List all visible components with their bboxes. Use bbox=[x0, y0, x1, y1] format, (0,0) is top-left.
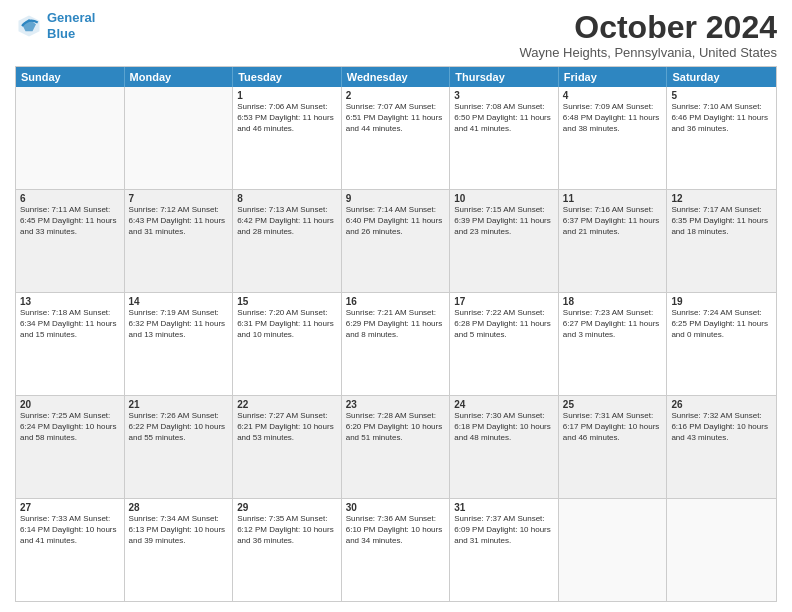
cell-content: Sunrise: 7:30 AM Sunset: 6:18 PM Dayligh… bbox=[454, 411, 554, 443]
calendar-cell-28: 28Sunrise: 7:34 AM Sunset: 6:13 PM Dayli… bbox=[125, 499, 234, 601]
header-day-thursday: Thursday bbox=[450, 67, 559, 87]
day-number: 16 bbox=[346, 296, 446, 307]
cell-content: Sunrise: 7:17 AM Sunset: 6:35 PM Dayligh… bbox=[671, 205, 772, 237]
calendar-cell-empty-4-6 bbox=[667, 499, 776, 601]
header-day-sunday: Sunday bbox=[16, 67, 125, 87]
day-number: 30 bbox=[346, 502, 446, 513]
header-day-monday: Monday bbox=[125, 67, 234, 87]
day-number: 8 bbox=[237, 193, 337, 204]
calendar-cell-24: 24Sunrise: 7:30 AM Sunset: 6:18 PM Dayli… bbox=[450, 396, 559, 498]
cell-content: Sunrise: 7:33 AM Sunset: 6:14 PM Dayligh… bbox=[20, 514, 120, 546]
header-day-tuesday: Tuesday bbox=[233, 67, 342, 87]
cell-content: Sunrise: 7:14 AM Sunset: 6:40 PM Dayligh… bbox=[346, 205, 446, 237]
cell-content: Sunrise: 7:07 AM Sunset: 6:51 PM Dayligh… bbox=[346, 102, 446, 134]
day-number: 3 bbox=[454, 90, 554, 101]
day-number: 24 bbox=[454, 399, 554, 410]
cell-content: Sunrise: 7:09 AM Sunset: 6:48 PM Dayligh… bbox=[563, 102, 663, 134]
cell-content: Sunrise: 7:20 AM Sunset: 6:31 PM Dayligh… bbox=[237, 308, 337, 340]
calendar-cell-29: 29Sunrise: 7:35 AM Sunset: 6:12 PM Dayli… bbox=[233, 499, 342, 601]
day-number: 22 bbox=[237, 399, 337, 410]
day-number: 6 bbox=[20, 193, 120, 204]
calendar-cell-2: 2Sunrise: 7:07 AM Sunset: 6:51 PM Daylig… bbox=[342, 87, 451, 189]
day-number: 20 bbox=[20, 399, 120, 410]
calendar-cell-1: 1Sunrise: 7:06 AM Sunset: 6:53 PM Daylig… bbox=[233, 87, 342, 189]
cell-content: Sunrise: 7:18 AM Sunset: 6:34 PM Dayligh… bbox=[20, 308, 120, 340]
calendar-header: SundayMondayTuesdayWednesdayThursdayFrid… bbox=[16, 67, 776, 87]
day-number: 7 bbox=[129, 193, 229, 204]
calendar-body: 1Sunrise: 7:06 AM Sunset: 6:53 PM Daylig… bbox=[16, 87, 776, 601]
cell-content: Sunrise: 7:34 AM Sunset: 6:13 PM Dayligh… bbox=[129, 514, 229, 546]
cell-content: Sunrise: 7:06 AM Sunset: 6:53 PM Dayligh… bbox=[237, 102, 337, 134]
calendar-cell-14: 14Sunrise: 7:19 AM Sunset: 6:32 PM Dayli… bbox=[125, 293, 234, 395]
calendar-cell-22: 22Sunrise: 7:27 AM Sunset: 6:21 PM Dayli… bbox=[233, 396, 342, 498]
calendar-cell-17: 17Sunrise: 7:22 AM Sunset: 6:28 PM Dayli… bbox=[450, 293, 559, 395]
day-number: 26 bbox=[671, 399, 772, 410]
day-number: 18 bbox=[563, 296, 663, 307]
logo-icon bbox=[15, 12, 43, 40]
header-day-friday: Friday bbox=[559, 67, 668, 87]
day-number: 21 bbox=[129, 399, 229, 410]
header: General Blue October 2024 Wayne Heights,… bbox=[15, 10, 777, 60]
calendar-cell-4: 4Sunrise: 7:09 AM Sunset: 6:48 PM Daylig… bbox=[559, 87, 668, 189]
day-number: 5 bbox=[671, 90, 772, 101]
day-number: 10 bbox=[454, 193, 554, 204]
day-number: 27 bbox=[20, 502, 120, 513]
calendar-cell-5: 5Sunrise: 7:10 AM Sunset: 6:46 PM Daylig… bbox=[667, 87, 776, 189]
day-number: 11 bbox=[563, 193, 663, 204]
day-number: 31 bbox=[454, 502, 554, 513]
cell-content: Sunrise: 7:08 AM Sunset: 6:50 PM Dayligh… bbox=[454, 102, 554, 134]
calendar-cell-8: 8Sunrise: 7:13 AM Sunset: 6:42 PM Daylig… bbox=[233, 190, 342, 292]
logo-text: General Blue bbox=[47, 10, 95, 41]
day-number: 12 bbox=[671, 193, 772, 204]
calendar-cell-10: 10Sunrise: 7:15 AM Sunset: 6:39 PM Dayli… bbox=[450, 190, 559, 292]
calendar-cell-21: 21Sunrise: 7:26 AM Sunset: 6:22 PM Dayli… bbox=[125, 396, 234, 498]
header-day-saturday: Saturday bbox=[667, 67, 776, 87]
day-number: 19 bbox=[671, 296, 772, 307]
calendar-cell-31: 31Sunrise: 7:37 AM Sunset: 6:09 PM Dayli… bbox=[450, 499, 559, 601]
calendar-cell-empty-0-0 bbox=[16, 87, 125, 189]
cell-content: Sunrise: 7:35 AM Sunset: 6:12 PM Dayligh… bbox=[237, 514, 337, 546]
calendar-cell-27: 27Sunrise: 7:33 AM Sunset: 6:14 PM Dayli… bbox=[16, 499, 125, 601]
day-number: 2 bbox=[346, 90, 446, 101]
calendar-cell-15: 15Sunrise: 7:20 AM Sunset: 6:31 PM Dayli… bbox=[233, 293, 342, 395]
page: General Blue October 2024 Wayne Heights,… bbox=[0, 0, 792, 612]
cell-content: Sunrise: 7:31 AM Sunset: 6:17 PM Dayligh… bbox=[563, 411, 663, 443]
calendar-row-3: 20Sunrise: 7:25 AM Sunset: 6:24 PM Dayli… bbox=[16, 395, 776, 498]
calendar-cell-11: 11Sunrise: 7:16 AM Sunset: 6:37 PM Dayli… bbox=[559, 190, 668, 292]
day-number: 28 bbox=[129, 502, 229, 513]
calendar-cell-30: 30Sunrise: 7:36 AM Sunset: 6:10 PM Dayli… bbox=[342, 499, 451, 601]
calendar: SundayMondayTuesdayWednesdayThursdayFrid… bbox=[15, 66, 777, 602]
cell-content: Sunrise: 7:15 AM Sunset: 6:39 PM Dayligh… bbox=[454, 205, 554, 237]
day-number: 4 bbox=[563, 90, 663, 101]
cell-content: Sunrise: 7:23 AM Sunset: 6:27 PM Dayligh… bbox=[563, 308, 663, 340]
day-number: 29 bbox=[237, 502, 337, 513]
calendar-cell-25: 25Sunrise: 7:31 AM Sunset: 6:17 PM Dayli… bbox=[559, 396, 668, 498]
cell-content: Sunrise: 7:11 AM Sunset: 6:45 PM Dayligh… bbox=[20, 205, 120, 237]
cell-content: Sunrise: 7:21 AM Sunset: 6:29 PM Dayligh… bbox=[346, 308, 446, 340]
calendar-cell-20: 20Sunrise: 7:25 AM Sunset: 6:24 PM Dayli… bbox=[16, 396, 125, 498]
calendar-cell-16: 16Sunrise: 7:21 AM Sunset: 6:29 PM Dayli… bbox=[342, 293, 451, 395]
header-day-wednesday: Wednesday bbox=[342, 67, 451, 87]
logo-line2: Blue bbox=[47, 26, 75, 41]
calendar-cell-9: 9Sunrise: 7:14 AM Sunset: 6:40 PM Daylig… bbox=[342, 190, 451, 292]
day-number: 25 bbox=[563, 399, 663, 410]
logo-line1: General bbox=[47, 10, 95, 25]
calendar-cell-13: 13Sunrise: 7:18 AM Sunset: 6:34 PM Dayli… bbox=[16, 293, 125, 395]
calendar-cell-23: 23Sunrise: 7:28 AM Sunset: 6:20 PM Dayli… bbox=[342, 396, 451, 498]
cell-content: Sunrise: 7:26 AM Sunset: 6:22 PM Dayligh… bbox=[129, 411, 229, 443]
day-number: 23 bbox=[346, 399, 446, 410]
day-number: 9 bbox=[346, 193, 446, 204]
cell-content: Sunrise: 7:22 AM Sunset: 6:28 PM Dayligh… bbox=[454, 308, 554, 340]
calendar-row-4: 27Sunrise: 7:33 AM Sunset: 6:14 PM Dayli… bbox=[16, 498, 776, 601]
calendar-row-1: 6Sunrise: 7:11 AM Sunset: 6:45 PM Daylig… bbox=[16, 189, 776, 292]
calendar-cell-26: 26Sunrise: 7:32 AM Sunset: 6:16 PM Dayli… bbox=[667, 396, 776, 498]
cell-content: Sunrise: 7:13 AM Sunset: 6:42 PM Dayligh… bbox=[237, 205, 337, 237]
cell-content: Sunrise: 7:32 AM Sunset: 6:16 PM Dayligh… bbox=[671, 411, 772, 443]
calendar-row-2: 13Sunrise: 7:18 AM Sunset: 6:34 PM Dayli… bbox=[16, 292, 776, 395]
calendar-cell-18: 18Sunrise: 7:23 AM Sunset: 6:27 PM Dayli… bbox=[559, 293, 668, 395]
day-number: 14 bbox=[129, 296, 229, 307]
day-number: 15 bbox=[237, 296, 337, 307]
calendar-cell-12: 12Sunrise: 7:17 AM Sunset: 6:35 PM Dayli… bbox=[667, 190, 776, 292]
calendar-cell-19: 19Sunrise: 7:24 AM Sunset: 6:25 PM Dayli… bbox=[667, 293, 776, 395]
calendar-cell-empty-0-1 bbox=[125, 87, 234, 189]
